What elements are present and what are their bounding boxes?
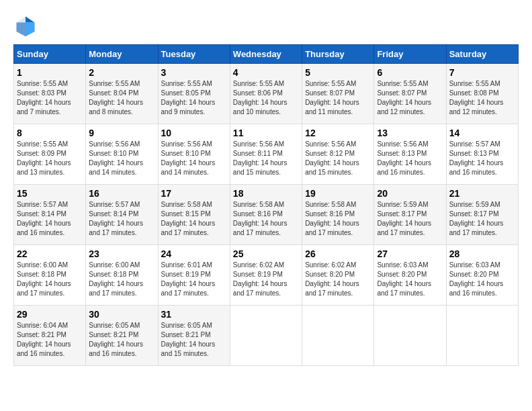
- day-info: Sunrise: 5:56 AM Sunset: 8:10 PM Dayligh…: [89, 140, 154, 177]
- calendar-cell: 7 Sunrise: 5:55 AM Sunset: 8:08 PM Dayli…: [446, 64, 518, 124]
- calendar-cell: 11 Sunrise: 5:56 AM Sunset: 8:11 PM Dayl…: [230, 124, 302, 185]
- svg-marker-3: [17, 23, 26, 37]
- day-number: 22: [17, 248, 83, 259]
- weekday-header-sunday: Sunday: [14, 45, 86, 64]
- day-number: 7: [449, 67, 515, 78]
- day-info: Sunrise: 5:56 AM Sunset: 8:11 PM Dayligh…: [233, 140, 299, 177]
- day-info: Sunrise: 5:59 AM Sunset: 8:17 PM Dayligh…: [377, 200, 443, 238]
- weekday-header-saturday: Saturday: [446, 45, 518, 64]
- weekday-header-wednesday: Wednesday: [230, 45, 302, 64]
- calendar-cell: [374, 306, 446, 366]
- logo-icon: [13, 13, 38, 38]
- day-number: 4: [233, 67, 299, 78]
- day-info: Sunrise: 5:55 AM Sunset: 8:08 PM Dayligh…: [449, 79, 515, 117]
- day-info: Sunrise: 5:57 AM Sunset: 8:14 PM Dayligh…: [17, 200, 83, 238]
- day-info: Sunrise: 5:55 AM Sunset: 8:03 PM Dayligh…: [17, 79, 83, 117]
- calendar-cell: 17 Sunrise: 5:58 AM Sunset: 8:15 PM Dayl…: [158, 185, 230, 245]
- day-info: Sunrise: 5:56 AM Sunset: 8:10 PM Dayligh…: [161, 140, 227, 177]
- weekday-header-friday: Friday: [374, 45, 446, 64]
- calendar-cell: 20 Sunrise: 5:59 AM Sunset: 8:17 PM Dayl…: [374, 185, 446, 245]
- calendar-cell: [446, 306, 518, 366]
- calendar-cell: 4 Sunrise: 5:55 AM Sunset: 8:06 PM Dayli…: [230, 64, 302, 124]
- day-info: Sunrise: 5:58 AM Sunset: 8:15 PM Dayligh…: [161, 200, 227, 238]
- day-info: Sunrise: 6:05 AM Sunset: 8:21 PM Dayligh…: [161, 321, 227, 359]
- day-number: 24: [161, 248, 227, 259]
- calendar-cell: 1 Sunrise: 5:55 AM Sunset: 8:03 PM Dayli…: [14, 64, 86, 124]
- weekday-header-monday: Monday: [86, 45, 158, 64]
- day-info: Sunrise: 5:57 AM Sunset: 8:13 PM Dayligh…: [449, 140, 515, 177]
- calendar-cell: 9 Sunrise: 5:56 AM Sunset: 8:10 PM Dayli…: [86, 124, 158, 185]
- day-number: 28: [449, 248, 515, 259]
- day-info: Sunrise: 6:04 AM Sunset: 8:21 PM Dayligh…: [17, 321, 83, 359]
- day-info: Sunrise: 5:55 AM Sunset: 8:09 PM Dayligh…: [17, 140, 83, 177]
- calendar-cell: 6 Sunrise: 5:55 AM Sunset: 8:07 PM Dayli…: [374, 64, 446, 124]
- day-number: 9: [89, 128, 154, 138]
- day-info: Sunrise: 5:57 AM Sunset: 8:14 PM Dayligh…: [89, 200, 154, 238]
- day-number: 1: [17, 67, 83, 78]
- day-number: 15: [17, 188, 83, 199]
- day-info: Sunrise: 5:56 AM Sunset: 8:13 PM Dayligh…: [377, 140, 443, 177]
- calendar-cell: 30 Sunrise: 6:05 AM Sunset: 8:21 PM Dayl…: [86, 306, 158, 366]
- calendar-cell: 10 Sunrise: 5:56 AM Sunset: 8:10 PM Dayl…: [158, 124, 230, 185]
- logo: [13, 13, 42, 38]
- calendar-cell: 22 Sunrise: 6:00 AM Sunset: 8:18 PM Dayl…: [14, 245, 86, 306]
- day-number: 26: [305, 248, 371, 259]
- day-info: Sunrise: 5:55 AM Sunset: 8:07 PM Dayligh…: [305, 79, 371, 117]
- calendar-cell: 23 Sunrise: 6:00 AM Sunset: 8:18 PM Dayl…: [86, 245, 158, 306]
- day-number: 29: [17, 309, 83, 320]
- day-number: 17: [161, 188, 227, 199]
- calendar-cell: 12 Sunrise: 5:56 AM Sunset: 8:12 PM Dayl…: [302, 124, 374, 185]
- day-number: 6: [377, 67, 443, 78]
- day-info: Sunrise: 5:59 AM Sunset: 8:17 PM Dayligh…: [449, 200, 515, 238]
- calendar-cell: 25 Sunrise: 6:02 AM Sunset: 8:19 PM Dayl…: [230, 245, 302, 306]
- svg-marker-1: [26, 17, 35, 23]
- day-info: Sunrise: 5:55 AM Sunset: 8:07 PM Dayligh…: [377, 79, 443, 117]
- day-info: Sunrise: 5:58 AM Sunset: 8:16 PM Dayligh…: [233, 200, 299, 238]
- calendar-cell: 13 Sunrise: 5:56 AM Sunset: 8:13 PM Dayl…: [374, 124, 446, 185]
- day-info: Sunrise: 5:55 AM Sunset: 8:04 PM Dayligh…: [89, 79, 154, 117]
- day-number: 18: [233, 188, 299, 199]
- day-info: Sunrise: 5:58 AM Sunset: 8:16 PM Dayligh…: [305, 200, 371, 238]
- day-number: 20: [377, 188, 443, 199]
- calendar-cell: 27 Sunrise: 6:03 AM Sunset: 8:20 PM Dayl…: [374, 245, 446, 306]
- day-number: 3: [161, 67, 227, 78]
- calendar-cell: 19 Sunrise: 5:58 AM Sunset: 8:16 PM Dayl…: [302, 185, 374, 245]
- calendar-cell: 14 Sunrise: 5:57 AM Sunset: 8:13 PM Dayl…: [446, 124, 518, 185]
- day-number: 8: [17, 128, 83, 138]
- calendar-cell: [302, 306, 374, 366]
- day-number: 14: [449, 128, 515, 138]
- day-number: 13: [377, 128, 443, 138]
- day-info: Sunrise: 6:05 AM Sunset: 8:21 PM Dayligh…: [89, 321, 154, 359]
- day-info: Sunrise: 5:55 AM Sunset: 8:06 PM Dayligh…: [233, 79, 299, 117]
- day-info: Sunrise: 6:01 AM Sunset: 8:19 PM Dayligh…: [161, 261, 227, 298]
- day-number: 5: [305, 67, 371, 78]
- day-number: 30: [89, 309, 154, 320]
- calendar-cell: 16 Sunrise: 5:57 AM Sunset: 8:14 PM Dayl…: [86, 185, 158, 245]
- calendar-cell: 21 Sunrise: 5:59 AM Sunset: 8:17 PM Dayl…: [446, 185, 518, 245]
- calendar-cell: 18 Sunrise: 5:58 AM Sunset: 8:16 PM Dayl…: [230, 185, 302, 245]
- calendar-cell: 29 Sunrise: 6:04 AM Sunset: 8:21 PM Dayl…: [14, 306, 86, 366]
- day-number: 2: [89, 67, 154, 78]
- day-info: Sunrise: 5:55 AM Sunset: 8:05 PM Dayligh…: [161, 79, 227, 117]
- calendar-cell: 2 Sunrise: 5:55 AM Sunset: 8:04 PM Dayli…: [86, 64, 158, 124]
- weekday-header-thursday: Thursday: [302, 45, 374, 64]
- day-number: 27: [377, 248, 443, 259]
- day-info: Sunrise: 6:03 AM Sunset: 8:20 PM Dayligh…: [449, 261, 515, 298]
- day-info: Sunrise: 5:56 AM Sunset: 8:12 PM Dayligh…: [305, 140, 371, 177]
- day-number: 25: [233, 248, 299, 259]
- day-info: Sunrise: 6:00 AM Sunset: 8:18 PM Dayligh…: [17, 261, 83, 298]
- day-number: 31: [161, 309, 227, 320]
- day-number: 12: [305, 128, 371, 138]
- calendar-cell: 31 Sunrise: 6:05 AM Sunset: 8:21 PM Dayl…: [158, 306, 230, 366]
- day-number: 11: [233, 128, 299, 138]
- day-info: Sunrise: 6:02 AM Sunset: 8:20 PM Dayligh…: [305, 261, 371, 298]
- day-info: Sunrise: 6:03 AM Sunset: 8:20 PM Dayligh…: [377, 261, 443, 298]
- calendar-cell: 24 Sunrise: 6:01 AM Sunset: 8:19 PM Dayl…: [158, 245, 230, 306]
- svg-marker-2: [26, 23, 35, 37]
- weekday-header-tuesday: Tuesday: [158, 45, 230, 64]
- day-info: Sunrise: 6:00 AM Sunset: 8:18 PM Dayligh…: [89, 261, 154, 298]
- calendar-cell: 8 Sunrise: 5:55 AM Sunset: 8:09 PM Dayli…: [14, 124, 86, 185]
- calendar-cell: 5 Sunrise: 5:55 AM Sunset: 8:07 PM Dayli…: [302, 64, 374, 124]
- calendar-cell: 28 Sunrise: 6:03 AM Sunset: 8:20 PM Dayl…: [446, 245, 518, 306]
- page-header: [13, 13, 519, 38]
